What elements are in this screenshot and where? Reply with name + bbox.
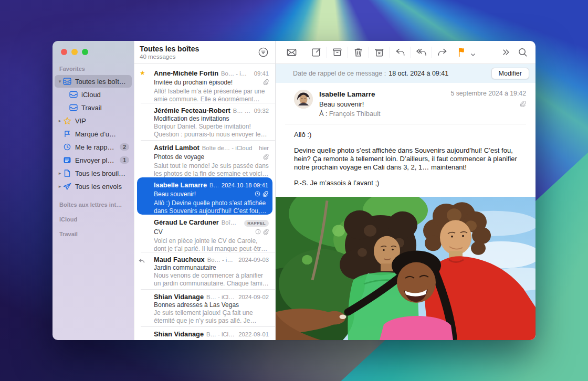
chevron-right-icon[interactable]: ▸ xyxy=(57,119,63,123)
body-paragraph: Allô :) xyxy=(294,131,525,139)
flag-icon[interactable] xyxy=(456,47,467,58)
chevron-right-icon[interactable]: ▸ xyxy=(57,171,63,176)
message-date: 09:32 xyxy=(254,108,269,114)
reminder-clock-icon xyxy=(255,227,261,237)
message-sender: Shian Vidanage xyxy=(154,330,204,338)
sender-avatar[interactable] xyxy=(294,90,313,109)
message-sender: Anne-Michèle Fortin xyxy=(154,69,218,77)
chevron-right-icon[interactable]: ▸ xyxy=(57,184,63,189)
zoom-window-button[interactable] xyxy=(82,49,88,55)
message-date: 2024-09-03 xyxy=(238,257,269,263)
message-sender: Isabelle Lamarre xyxy=(154,181,207,189)
message-account: B… - i… xyxy=(233,108,251,114)
junk-icon[interactable] xyxy=(374,47,385,58)
message-row-selected[interactable]: Isabelle LamarreB…2024-10-18 09:41 Beau … xyxy=(137,177,272,215)
sidebar-item-travail-inbox[interactable]: Travail xyxy=(55,101,132,114)
to-recipient[interactable]: François Thibault xyxy=(329,110,381,118)
message-account: Bo… - iCl… xyxy=(207,257,236,263)
flag-options-chevron-icon[interactable] xyxy=(470,50,476,57)
message-row[interactable]: Astrid LambotBoîte de… - iCloudhier Phot… xyxy=(134,140,275,177)
minimize-window-button[interactable] xyxy=(71,49,78,55)
window-controls xyxy=(61,49,88,55)
mail-window: Favorites ▾ Toutes les boît… iCloud Trav… xyxy=(52,41,536,340)
forward-icon[interactable] xyxy=(437,47,448,58)
inbox-tray-icon xyxy=(69,104,78,112)
sidebar-item-icloud-inbox[interactable]: iCloud xyxy=(55,88,132,101)
sidebar-item-send-later[interactable]: Envoyer pl… 1 xyxy=(55,154,132,166)
message-date: 2022-09-01 xyxy=(238,331,269,337)
reminder-banner-date: 18 oct. 2024 à 09:41 xyxy=(388,70,448,77)
message-row[interactable]: ★ Anne-Michèle FortinBo… - iCloud09:41 I… xyxy=(134,66,275,103)
unread-count-badge: 1 xyxy=(120,156,129,164)
filter-icon[interactable] xyxy=(258,47,269,58)
paperclip-icon xyxy=(263,152,269,162)
message-row[interactable]: Maud FaucheuxBo… - iCl…2024-09-03 Jardin… xyxy=(134,252,275,289)
detail-subject: Beau souvenir! xyxy=(319,100,381,109)
reminder-clock-icon xyxy=(255,189,260,199)
send-later-icon xyxy=(63,156,72,164)
sidebar-item-all-drafts[interactable]: ▸ Tous les brouil… xyxy=(55,167,132,179)
compose-icon[interactable] xyxy=(311,47,322,58)
sidebar: Favorites ▾ Toutes les boît… iCloud Trav… xyxy=(52,41,134,340)
sidebar-item-all-inboxes[interactable]: ▾ Toutes les boît… xyxy=(55,75,132,88)
message-date: 2024-09-02 xyxy=(238,294,269,300)
starred-icon: ★ xyxy=(140,69,145,77)
unread-count-badge: 2 xyxy=(120,143,129,151)
chevron-down-icon[interactable]: ▾ xyxy=(57,79,63,84)
sidebar-item-flagged[interactable]: Marqué d’u… xyxy=(55,128,132,140)
star-icon xyxy=(63,117,72,125)
message-row[interactable]: Shian VidanageB… - iCloud2022-09-01 xyxy=(134,326,275,340)
message-account: B… xyxy=(209,182,218,188)
sidebar-section-icloud[interactable]: iCloud xyxy=(52,208,134,223)
reminder-banner-label: Date de rappel de ce message : xyxy=(293,70,386,77)
sidebar-item-remind-me[interactable]: Me le rapp… 2 xyxy=(55,141,132,153)
search-icon[interactable] xyxy=(517,47,528,58)
message-date: 2024-10-18 09:41 xyxy=(222,182,268,188)
mailbox-stack-icon xyxy=(63,78,72,86)
body-paragraph: P.-S. Je m’assois à l’avant ;) xyxy=(294,179,525,187)
paperclip-icon xyxy=(262,189,268,199)
message-subject: Bonnes adresses à Las Vegas xyxy=(154,301,269,309)
message-list: ★ Anne-Michèle FortinBo… - iCloud09:41 I… xyxy=(134,64,275,340)
sidebar-item-all-sent[interactable]: ▸ Tous les envois xyxy=(55,180,132,193)
message-row[interactable]: Géraud Le CardunerBoî… - iCl…RAPPEL CV V… xyxy=(134,215,275,252)
paperclip-icon xyxy=(263,78,269,87)
message-count: 40 messages xyxy=(140,54,275,60)
attachment-photo[interactable] xyxy=(276,197,536,340)
sidebar-item-label: iCloud xyxy=(81,91,101,99)
to-label: À : xyxy=(319,110,328,118)
trash-icon[interactable] xyxy=(353,47,364,58)
reply-all-icon[interactable] xyxy=(416,47,427,58)
get-mail-icon[interactable] xyxy=(286,47,297,58)
message-row[interactable]: Shian VidanageB… - iCloud2024-09-02 Bonn… xyxy=(134,289,275,326)
message-date: 09:41 xyxy=(254,70,269,77)
message-header: Isabelle Lamarre Beau souvenir! À :Franç… xyxy=(276,83,536,124)
archive-icon[interactable] xyxy=(332,47,343,58)
message-sender: Géraud Le Carduner xyxy=(154,218,219,226)
message-preview: Allô! Isabelle m’a été présentée par une… xyxy=(154,88,269,103)
message-account: B… - iCloud xyxy=(206,294,235,300)
sidebar-item-label: Tous les envois xyxy=(75,183,122,190)
message-preview: Je suis tellement jaloux! Ça fait une ét… xyxy=(154,309,269,325)
more-toolbar-items-icon[interactable] xyxy=(500,47,511,58)
sidebar-item-vip[interactable]: ▸ VIP xyxy=(55,114,132,127)
sidebar-section-travail[interactable]: Travail xyxy=(52,223,134,237)
sidebar-item-label: Tous les brouil… xyxy=(75,170,125,177)
message-row[interactable]: Jérémie Fecteau-RobertB… - i…09:32 Modif… xyxy=(134,103,275,140)
message-list-header: Toutes les boîtes 40 messages xyxy=(134,41,275,64)
detail-sender-name: Isabelle Lamarre xyxy=(319,90,381,99)
reply-icon[interactable] xyxy=(395,47,406,58)
mailbox-title: Toutes les boîtes xyxy=(140,45,275,53)
paperclip-icon xyxy=(520,100,526,109)
message-subject: Photos de voyage xyxy=(154,153,260,161)
modify-reminder-button[interactable]: Modifier xyxy=(491,68,529,79)
body-paragraph: Devine quelle photo s’est affichée dans … xyxy=(294,146,525,172)
sidebar-item-label: Toutes les boît… xyxy=(75,78,126,86)
sidebar-section-smart-mailboxes: Boîtes aux lettres int… xyxy=(52,193,134,208)
message-subject: Jardin communautaire xyxy=(154,264,269,271)
sidebar-item-label: VIP xyxy=(75,117,86,125)
close-window-button[interactable] xyxy=(61,49,67,55)
toolbar xyxy=(276,41,536,64)
inbox-tray-icon xyxy=(69,91,78,99)
message-date: hier xyxy=(259,145,269,151)
